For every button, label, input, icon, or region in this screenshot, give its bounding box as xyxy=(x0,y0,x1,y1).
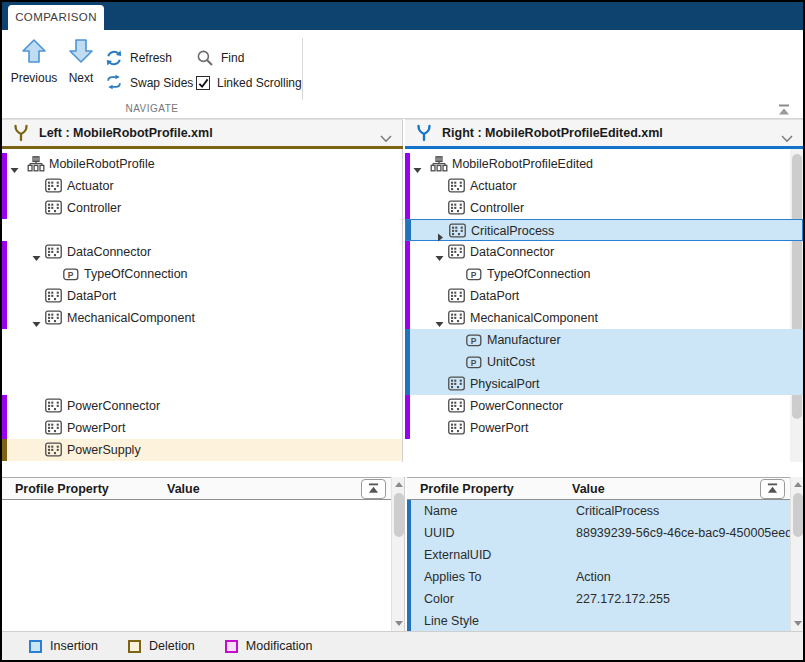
tab-comparison[interactable]: COMPARISON xyxy=(8,5,104,30)
linked-scrolling-checkbox[interactable]: Linked Scrolling xyxy=(196,73,302,93)
table-body xyxy=(2,500,404,631)
swap-sides-button[interactable]: Swap Sides xyxy=(105,73,193,93)
stereotype-icon xyxy=(448,420,466,436)
collapse-panel-button[interactable] xyxy=(760,479,785,499)
tree-node-label: Actuator xyxy=(67,175,114,197)
find-button[interactable]: Find xyxy=(196,48,244,68)
pane-splitter[interactable] xyxy=(2,462,803,477)
stereotype-icon xyxy=(448,200,466,216)
diff-marker xyxy=(405,241,410,263)
tree-node-label: MechanicalComponent xyxy=(470,307,598,329)
property-icon: P xyxy=(466,332,484,348)
tree-row-actuator[interactable]: Actuator xyxy=(405,175,803,197)
property-value: 227.172.172.255 xyxy=(576,588,670,610)
scroll-up-icon[interactable] xyxy=(791,478,804,491)
expander-expanded-icon[interactable] xyxy=(10,160,19,169)
svg-text:P: P xyxy=(68,270,74,280)
tree-row-unitcost[interactable]: PUnitCost xyxy=(405,351,803,373)
minimize-ribbon-icon[interactable] xyxy=(777,102,793,116)
right-file-selector[interactable]: Right : MobileRobotProfileEdited.xml xyxy=(405,119,803,146)
tree-row-powersupply[interactable]: PowerSupply xyxy=(2,439,402,461)
tree-row-powerport[interactable]: PowerPort xyxy=(2,417,402,439)
tree-row-dataport[interactable]: DataPort xyxy=(405,285,803,307)
table-body: NameCriticalProcessUUID88939239-56c9-46c… xyxy=(407,500,803,631)
scrollbar-thumb[interactable] xyxy=(793,493,803,537)
expander-expanded-icon[interactable] xyxy=(435,314,444,323)
tree-row-mechanicalcomponent[interactable]: MechanicalComponent xyxy=(405,307,803,329)
tree-row-powerconnector[interactable]: PowerConnector xyxy=(405,395,803,417)
tree-node-label: DataConnector xyxy=(67,241,151,263)
tree-row-dataconnector[interactable]: DataConnector xyxy=(405,241,803,263)
left-pane-title: Left : MobileRobotProfile.xml xyxy=(39,126,213,140)
property-value: Action xyxy=(576,566,611,588)
expander-expanded-icon[interactable] xyxy=(32,314,41,323)
tree-row-manufacturer[interactable]: PManufacturer xyxy=(405,329,803,351)
property-icon: P xyxy=(63,266,81,282)
pane-headers: Left : MobileRobotProfile.xml Right : Mo… xyxy=(2,119,803,146)
tree-row-controller[interactable]: Controller xyxy=(2,197,402,219)
tree-row-blank xyxy=(405,439,803,461)
expander-expanded-icon[interactable] xyxy=(413,160,422,169)
tree-row-dataconnector[interactable]: DataConnector xyxy=(2,241,402,263)
legend-label: Modification xyxy=(246,639,313,653)
stereotype-icon xyxy=(448,178,466,194)
next-button[interactable]: Next xyxy=(60,36,102,98)
chevron-down-icon[interactable] xyxy=(380,129,392,137)
table-scrollbar[interactable] xyxy=(391,477,404,631)
profile-icon xyxy=(27,156,45,172)
chevron-down-icon[interactable] xyxy=(781,129,793,137)
collapse-panel-button[interactable] xyxy=(361,479,386,499)
tree-node-label: CriticalProcess xyxy=(471,220,554,242)
toolbar-separator xyxy=(302,38,303,100)
expander-collapsed-icon[interactable] xyxy=(436,227,445,236)
legend-swatch xyxy=(128,640,141,653)
tree-row-typeofconnection[interactable]: PTypeOfConnection xyxy=(405,263,803,285)
stereotype-icon xyxy=(448,398,466,414)
tree-row-controller[interactable]: Controller xyxy=(405,197,803,219)
tree-node-label: PowerPort xyxy=(67,417,125,439)
tree-row-dataport[interactable]: DataPort xyxy=(2,285,402,307)
tree-node-label: UnitCost xyxy=(487,351,535,373)
refresh-label: Refresh xyxy=(130,51,172,65)
tree-row-mechanicalcomponent[interactable]: MechanicalComponent xyxy=(2,307,402,329)
expander-expanded-icon[interactable] xyxy=(32,248,41,257)
stereotype-icon xyxy=(45,178,63,194)
tree-row-criticalprocess[interactable]: CriticalProcess xyxy=(405,219,803,241)
scrollbar-thumb[interactable] xyxy=(394,493,404,537)
diff-marker xyxy=(405,307,410,329)
tree-row-typeofconnection[interactable]: PTypeOfConnection xyxy=(2,263,402,285)
previous-button[interactable]: Previous xyxy=(6,36,62,98)
diff-marker xyxy=(2,285,7,307)
tree-node-label: PowerSupply xyxy=(67,439,141,461)
property-name: Color xyxy=(424,588,454,610)
tree-row-actuator[interactable]: Actuator xyxy=(2,175,402,197)
refresh-button[interactable]: Refresh xyxy=(105,48,172,68)
stereotype-icon xyxy=(45,398,63,414)
stereotype-icon xyxy=(45,244,63,260)
property-name: Applies To xyxy=(424,566,481,588)
tree-row-mobilerobotprofileedited[interactable]: MobileRobotProfileEdited xyxy=(405,153,803,175)
tree-node-label: PowerPort xyxy=(470,417,528,439)
linked-scrolling-label: Linked Scrolling xyxy=(217,76,302,90)
branch-icon xyxy=(415,124,433,142)
property-value: 88939239-56c9-46ce-bac9-450005eed6... xyxy=(576,522,803,544)
scroll-up-icon[interactable] xyxy=(392,478,405,491)
diff-marker xyxy=(2,417,7,439)
expander-expanded-icon[interactable] xyxy=(435,248,444,257)
stereotype-icon xyxy=(45,200,63,216)
tree-row-powerconnector[interactable]: PowerConnector xyxy=(2,395,402,417)
table-scrollbar[interactable] xyxy=(790,477,803,631)
property-row-applies-to: Applies ToAction xyxy=(407,566,803,588)
diff-marker xyxy=(2,439,7,461)
scroll-down-icon[interactable] xyxy=(791,617,804,630)
scroll-down-icon[interactable] xyxy=(392,617,405,630)
stereotype-icon xyxy=(448,288,466,304)
left-file-selector[interactable]: Left : MobileRobotProfile.xml xyxy=(2,119,403,146)
diff-marker xyxy=(405,263,410,285)
tree-row-mobilerobotprofile[interactable]: MobileRobotProfile xyxy=(2,153,402,175)
diff-marker xyxy=(2,241,7,263)
property-icon: P xyxy=(466,266,484,282)
tree-row-powerport[interactable]: PowerPort xyxy=(405,417,803,439)
tree-row-physicalport[interactable]: PhysicalPort xyxy=(405,373,803,395)
previous-label: Previous xyxy=(11,71,58,85)
